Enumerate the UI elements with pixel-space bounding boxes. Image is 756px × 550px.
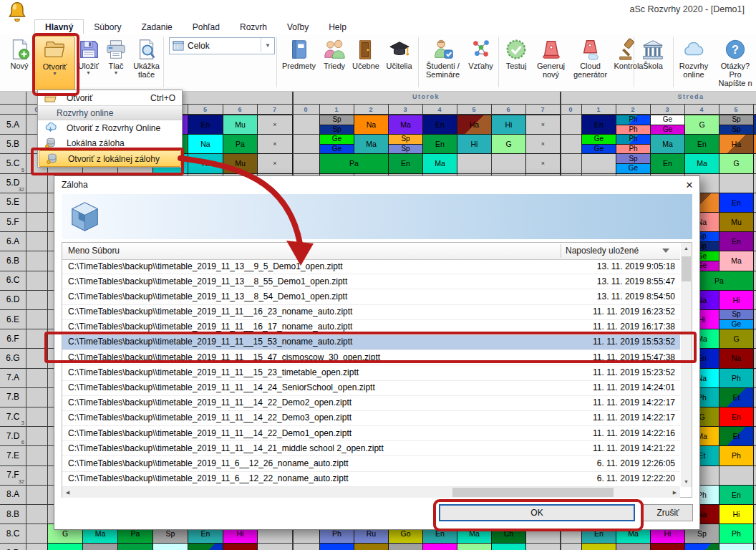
timetable-cell[interactable]: PhPh [616,115,651,135]
timetable-cell[interactable]: Ma [422,153,457,173]
tab-pohľad[interactable]: Pohľad [183,20,230,34]
timetable-cell[interactable]: En [650,153,685,173]
row-label-7.D[interactable]: 7.D6 [0,426,26,445]
timetable-cell[interactable] [753,115,756,135]
tlac-button[interactable]: Tlač▼ [102,36,130,89]
timetable-cell[interactable]: En [188,115,223,135]
timetable-cell[interactable]: En [422,115,457,135]
cloudgen-button[interactable]: Cloud generátor [570,36,611,89]
timetable-cell[interactable]: Mu [719,212,754,232]
generuj-button[interactable]: Generuj nový [532,36,570,89]
horizontal-scrollbar[interactable]: ◀ ▶ [62,487,680,498]
tab-voľby[interactable]: Voľby [277,20,319,34]
tab-help[interactable]: Help [319,20,357,34]
ucitelia-button[interactable]: Učitelia [382,36,417,89]
timetable-cell[interactable]: Ma [354,134,389,154]
row-label-6.B[interactable]: 6.B [0,251,26,270]
novy-button[interactable]: Nový [4,36,34,89]
vztahy-button[interactable]: Vzťahy [465,36,497,89]
timetable-cell[interactable]: Ch [117,543,153,550]
timetable-cell[interactable]: SpGe [616,153,651,173]
skola-button[interactable]: Škola [636,36,670,89]
predmety-button[interactable]: Predmety [279,36,319,89]
tab-hlavný[interactable]: Hlavný [34,19,84,34]
triedy-button[interactable]: Triedy [319,36,350,89]
timetable-cell[interactable]: × [525,134,561,154]
scroll-up-icon[interactable]: ▲ [681,243,692,254]
row-label-6.D[interactable]: 6.D [0,290,26,309]
row-label-5.B[interactable]: 5.B [0,134,26,153]
backup-file-row[interactable]: C:\TimeTables\backup\\timetable_2019_11_… [62,305,680,320]
timetable-cell[interactable]: SpSp [719,115,754,135]
timetable-cell[interactable]: × [257,153,293,173]
backup-file-row[interactable]: C:\TimeTables\backup\\timetable_2019_11_… [62,441,680,456]
backup-file-row[interactable]: C:\TimeTables\backup\\timetable_2019_11_… [62,472,680,487]
timetable-cell[interactable]: Ma [491,543,526,550]
timetable-cell[interactable]: Pa [223,134,258,154]
timetable-cell[interactable]: GeGe [650,115,685,135]
row-label-6.F[interactable]: 6.F [0,329,26,348]
backup-file-row[interactable]: C:\TimeTables\backup\\timetable_2019_11_… [62,411,680,426]
timetable-cell[interactable]: SpGe [719,309,754,329]
timetable-cell[interactable]: × [525,115,561,135]
timetable-cell[interactable]: Ph [719,524,754,544]
timetable-cell[interactable]: Go [581,543,616,550]
timetable-cell[interactable]: Ma [650,134,685,154]
row-label-7.F[interactable]: 7.F32 [0,465,26,485]
row-label-8.A[interactable]: 8.A [0,485,26,504]
timetable-cell[interactable]: Et [719,426,754,446]
timetable-cell[interactable]: Hi [422,543,457,550]
timetable-cell[interactable]: G [491,134,526,154]
row-label-7.A[interactable]: 7.A [0,368,26,387]
row-label-6.E[interactable]: 6.E [0,309,26,329]
timetable-cell[interactable]: Ma [388,115,423,135]
testuj-button[interactable]: Testuj [500,36,532,89]
timetable-cell[interactable]: Hi [719,290,754,310]
menu-item-otvori-[interactable]: OtvoriťCtrl+O [38,90,182,105]
row-label-7.C[interactable]: 7.C3 [0,407,26,426]
timetable-cell[interactable]: En [422,134,457,154]
backup-file-row[interactable]: C:\TimeTables\backup\\timetable_2019_11_… [62,456,680,471]
timetable-cell[interactable]: Na [719,348,754,368]
scroll-left-icon[interactable]: ◀ [62,487,73,498]
timetable-cell[interactable]: SpSp [319,115,354,135]
timetable-cell[interactable]: Ma [719,251,754,271]
timetable-cell[interactable]: Mu [223,153,258,173]
row-label-6.C[interactable]: 6.C [0,271,26,290]
timetable-cell[interactable]: Mu [354,543,389,550]
timetable-cell[interactable]: G [684,115,719,135]
row-label-5.A[interactable]: 5.A [0,115,26,134]
timetable-cell[interactable]: × [257,115,293,135]
scroll-down-icon[interactable]: ▼ [681,476,692,487]
view-select[interactable]: Celok ▼ [169,37,275,54]
backup-file-row[interactable]: C:\TimeTables\backup\\timetable_2019_11_… [62,259,680,274]
timetable-cell[interactable]: Et [188,543,223,550]
column-header-saved[interactable]: Naposledy uložené [566,246,639,256]
row-label-5.C[interactable]: 5.C5 [0,153,26,173]
timetable-cell[interactable]: Na [188,134,223,154]
menu-item-otvori-z-lok-lnej-z-lohy[interactable]: Otvoriť z lokálnej zálohy [39,150,181,167]
timetable-cell[interactable]: PhPh [616,134,651,154]
timetable-cell[interactable]: En [719,231,754,251]
cancel-button[interactable]: Zrušiť [643,504,693,521]
backup-file-row[interactable]: C:\TimeTables\backup\\timetable_2019_11_… [62,289,680,304]
timetable-cell[interactable]: GeGe [319,134,354,154]
timetable-cell[interactable]: Ha [719,134,754,154]
timetable-cell[interactable]: Ma [47,543,83,550]
row-label-6.A[interactable]: 6.A [0,231,26,251]
tab-zadanie[interactable]: Zadanie [131,20,182,34]
backup-file-row[interactable]: C:\TimeTables\backup\\timetable_2019_11_… [62,396,680,411]
timetable-cell[interactable]: Hi [719,504,754,524]
otazky-button[interactable]: ?Otázky? Pro Napíšte n [714,36,756,89]
sort-desc-icon[interactable] [662,249,669,253]
timetable-cell[interactable]: Na [650,543,685,550]
timetable-cell[interactable]: Na [354,115,389,135]
row-label-8.B[interactable]: 8.B [0,504,26,524]
row-label-8.D[interactable]: 8.D [0,543,26,550]
horizontal-scroll-thumb[interactable] [452,488,614,497]
tab-rozvrh[interactable]: Rozvrh [230,20,277,34]
backup-file-row[interactable]: C:\TimeTables\backup\\timetable_2019_11_… [62,381,680,396]
timetable-cell[interactable]: En [719,193,754,213]
timetable-cell[interactable]: SpSp [388,134,423,154]
timetable-cell[interactable]: Ma [684,153,719,173]
